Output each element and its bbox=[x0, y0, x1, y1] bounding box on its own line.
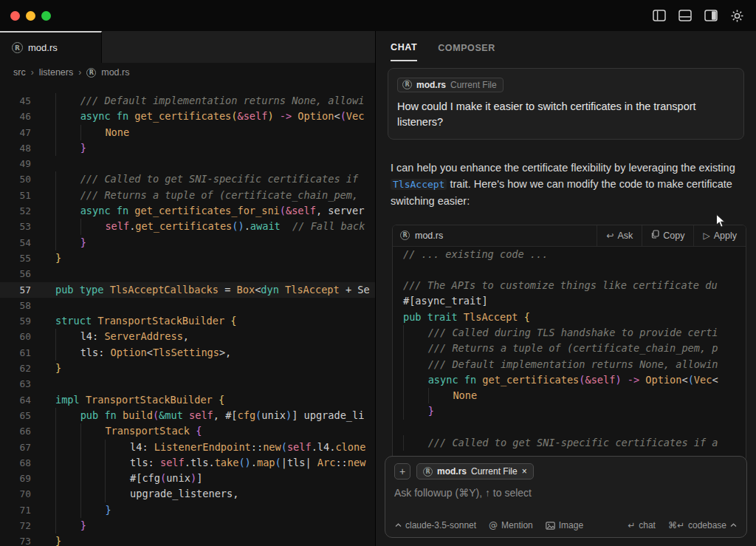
copy-icon bbox=[651, 230, 659, 241]
code-block-filename: mod.rs bbox=[415, 231, 443, 241]
image-icon bbox=[546, 522, 555, 530]
code-line: 70upgrade_listeners, bbox=[0, 486, 375, 502]
send-chat-label: chat bbox=[639, 520, 656, 530]
send-codebase-button[interactable]: ⌘↵ codebase bbox=[668, 520, 737, 530]
apply-label: Apply bbox=[714, 231, 737, 241]
apply-icon: ▷ bbox=[703, 231, 709, 241]
apply-button[interactable]: ▷ Apply bbox=[693, 225, 746, 246]
model-selector[interactable]: claude-3.5-sonnet bbox=[395, 520, 476, 530]
chat-code: // ... existing code .../// The APIs to … bbox=[393, 239, 746, 451]
titlebar bbox=[0, 0, 756, 31]
settings-gear-icon[interactable] bbox=[730, 9, 744, 23]
line-number: 47 bbox=[0, 125, 31, 140]
code-line: 51/// Returns a tuple of (certificate_ch… bbox=[0, 188, 375, 203]
enter-key-icon: ↵ bbox=[628, 520, 635, 530]
code-line: 69#[cfg(unix)] bbox=[0, 471, 375, 486]
followup-input[interactable] bbox=[394, 487, 738, 499]
line-number: 64 bbox=[0, 392, 31, 408]
image-button[interactable]: Image bbox=[546, 520, 583, 530]
code-line: /// The APIs to customize things like ce… bbox=[403, 278, 746, 293]
input-context-chip[interactable]: R mod.rs Current File × bbox=[416, 463, 534, 480]
send-chat-button[interactable]: ↵ chat bbox=[628, 520, 656, 530]
line-number: 56 bbox=[0, 266, 31, 281]
code-line: async fn get_certificates(&self) -> Opti… bbox=[403, 372, 746, 388]
breadcrumb-separator: › bbox=[78, 67, 81, 78]
code-line: } bbox=[403, 403, 746, 419]
rust-file-icon: R bbox=[423, 467, 433, 477]
add-context-button[interactable]: + bbox=[394, 463, 410, 480]
code-line: 46async fn get_certificates(&self) -> Op… bbox=[0, 109, 375, 124]
tab-bar: R mod.rs bbox=[0, 31, 375, 63]
editor-code-area[interactable]: 45/// Default implementation returns Non… bbox=[0, 82, 375, 546]
breadcrumb-item-file[interactable]: mod.rs bbox=[101, 67, 129, 78]
copy-label: Copy bbox=[663, 231, 684, 241]
code-line: 73} bbox=[0, 533, 375, 546]
remove-context-icon[interactable]: × bbox=[522, 466, 527, 477]
code-line: /// Returns a tuple of (certificate_chai… bbox=[403, 341, 746, 356]
code-line: 55} bbox=[0, 250, 375, 266]
editor-pane: R mod.rs src › listeners › R mod.rs 45//… bbox=[0, 31, 375, 546]
line-number: 61 bbox=[0, 345, 31, 361]
model-name: claude-3.5-sonnet bbox=[405, 520, 476, 530]
send-codebase-label: codebase bbox=[688, 520, 726, 530]
ask-icon: ↩ bbox=[606, 231, 614, 241]
breadcrumb-item-src[interactable]: src bbox=[13, 67, 26, 78]
line-number: 72 bbox=[0, 518, 31, 533]
code-line: 67l4: ListenerEndpoint::new(self.l4.clon… bbox=[0, 440, 375, 455]
line-number: 50 bbox=[0, 171, 31, 187]
split-editor-icon[interactable] bbox=[653, 10, 666, 21]
context-chip[interactable]: R mod.rs Current File bbox=[397, 78, 504, 92]
mention-button[interactable]: @ Mention bbox=[489, 520, 533, 530]
code-line: 54} bbox=[0, 235, 375, 250]
user-message-text: How could I make it easier to switch cer… bbox=[397, 99, 738, 130]
code-line: 58 bbox=[0, 298, 375, 313]
code-line: /// Called during TLS handshake to provi… bbox=[403, 325, 746, 341]
code-line bbox=[403, 262, 746, 278]
breadcrumb-item-listeners[interactable]: listeners bbox=[39, 67, 74, 78]
line-number: 57 bbox=[0, 282, 31, 298]
line-number: 69 bbox=[0, 471, 31, 486]
chat-input-box[interactable]: + R mod.rs Current File × claude-3.5-son… bbox=[385, 456, 747, 538]
at-icon: @ bbox=[489, 520, 498, 530]
assistant-text: I can help you enhance the certificate f… bbox=[391, 162, 735, 174]
rust-file-icon: R bbox=[12, 42, 23, 53]
code-line: None bbox=[403, 388, 746, 403]
context-chip-tag: Current File bbox=[450, 80, 497, 90]
tab-composer[interactable]: COMPOSER bbox=[438, 33, 495, 61]
line-number: 54 bbox=[0, 235, 31, 250]
panel-bottom-icon[interactable] bbox=[678, 10, 692, 21]
line-number: 63 bbox=[0, 376, 31, 392]
code-line: 47None bbox=[0, 125, 375, 140]
ask-label: Ask bbox=[617, 231, 633, 241]
code-line: 63 bbox=[0, 376, 375, 392]
code-line: 61tls: Option<TlsSettings>, bbox=[0, 345, 375, 361]
code-line: 48} bbox=[0, 140, 375, 156]
ask-button[interactable]: ↩ Ask bbox=[597, 225, 642, 246]
chat-panel: CHAT COMPOSER R mod.rs Current File How … bbox=[375, 31, 756, 546]
input-chip-tag: Current File bbox=[471, 466, 518, 477]
code-block: R mod.rs ↩ Ask Copy ▷ Apply // ... exist… bbox=[392, 225, 746, 462]
line-number: 45 bbox=[0, 93, 31, 109]
input-toolbar: claude-3.5-sonnet @ Mention Image ↵ chat… bbox=[395, 520, 737, 530]
copy-button[interactable]: Copy bbox=[642, 225, 693, 246]
code-line: 60l4: ServerAddress, bbox=[0, 329, 375, 344]
inline-code: TlsAccept bbox=[391, 179, 447, 190]
tab-mod-rs[interactable]: R mod.rs bbox=[0, 31, 102, 63]
cmd-enter-keys-icon: ⌘↵ bbox=[668, 520, 684, 530]
rust-file-icon: R bbox=[86, 68, 96, 78]
code-line: 57pub type TlsAcceptCallbacks = Box<dyn … bbox=[0, 282, 375, 298]
tab-chat[interactable]: CHAT bbox=[391, 33, 417, 61]
line-number: 67 bbox=[0, 440, 31, 455]
code-line: 68tls: self.tls.take().map(|tls| Arc::ne… bbox=[0, 455, 375, 471]
close-window-button[interactable] bbox=[10, 11, 20, 21]
minimize-window-button[interactable] bbox=[26, 11, 35, 21]
breadcrumb: src › listeners › R mod.rs bbox=[0, 63, 375, 82]
code-line: 65pub fn build(&mut self, #[cfg(unix)] u… bbox=[0, 408, 375, 423]
image-label: Image bbox=[559, 520, 583, 530]
code-line: 71} bbox=[0, 502, 375, 518]
context-chip-file: mod.rs bbox=[416, 80, 446, 90]
panel-right-icon[interactable] bbox=[704, 10, 718, 21]
code-line: 49 bbox=[0, 156, 375, 171]
zoom-window-button[interactable] bbox=[41, 11, 51, 21]
code-line: 66TransportStack { bbox=[0, 423, 375, 439]
